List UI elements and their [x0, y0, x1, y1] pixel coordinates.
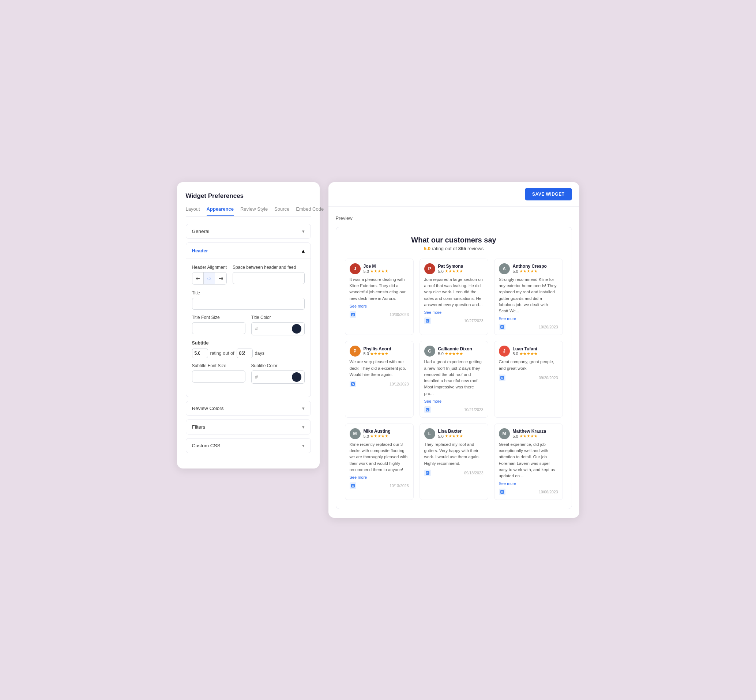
title-color-input[interactable]: 19233A	[260, 323, 291, 334]
title-font-size-group: Title Font Size 22 px	[192, 315, 245, 335]
reviewer-row: J Joe M 5.0 ★★★★★	[350, 263, 409, 274]
reviewer-name: Pat Symons	[438, 264, 463, 269]
review-date: 10/26/2023	[539, 325, 558, 329]
star-num: 5.0	[438, 434, 444, 439]
reviewer-name: Luan Tufani	[513, 346, 538, 352]
reviewer-info: Joe M 5.0 ★★★★★	[364, 264, 389, 273]
review-source-icon: G	[350, 311, 356, 318]
reviewer-row: C Calliannie Dixon 5.0 ★★★★★	[424, 345, 484, 356]
widget-rating-text: rating out of	[432, 246, 458, 251]
stars: 5.0 ★★★★★	[438, 269, 463, 273]
align-center-btn[interactable]: ⇨	[204, 272, 215, 284]
tab-appearance[interactable]: Appearence	[207, 206, 234, 216]
review-footer: G 10/12/2023	[350, 381, 409, 387]
see-more-link[interactable]: See more	[350, 475, 409, 480]
custom-css-label: Custom CSS	[192, 443, 220, 448]
subtitle-color-input[interactable]: 19233A	[260, 371, 291, 383]
subtitle-row: rating out of days	[192, 348, 305, 358]
svg-text:G: G	[426, 320, 429, 322]
widget-card: What our customers say 5.0 rating out of…	[336, 227, 572, 509]
reviewer-row: M Matthew Krauza 5.0 ★★★★★	[499, 428, 558, 439]
svg-text:G: G	[352, 383, 354, 386]
subtitle-rating-input[interactable]	[192, 348, 208, 358]
reviews-grid: J Joe M 5.0 ★★★★★ It was a pleasure deal…	[345, 259, 563, 500]
widget-subtitle: 5.0 rating out of 865 reviews	[345, 246, 563, 251]
subtitle-count-input[interactable]	[237, 348, 253, 358]
review-date: 10/06/2023	[539, 490, 558, 494]
title-input[interactable]: What our customers say	[192, 298, 305, 310]
review-footer: G 09/18/2023	[424, 470, 484, 476]
review-footer: G 10/26/2023	[499, 323, 558, 330]
see-more-link[interactable]: See more	[499, 316, 558, 321]
review-text: Strongly recommend Kline for any exterio…	[499, 277, 558, 314]
custom-css-header[interactable]: Custom CSS ▾	[186, 439, 311, 453]
review-card: M Matthew Krauza 5.0 ★★★★★ Great experie…	[494, 423, 563, 500]
see-more-link[interactable]: See more	[424, 310, 484, 314]
subtitle-hash: #	[251, 371, 260, 383]
subtitle-color-label: Subtitle Color	[251, 363, 305, 368]
align-left-btn[interactable]: ⇤	[192, 272, 204, 284]
review-date: 09/20/2023	[539, 376, 558, 380]
review-colors-header[interactable]: Review Colors ▾	[186, 401, 311, 416]
header-label: Header	[192, 248, 208, 253]
subtitle-section-label: Subtitle	[192, 341, 305, 345]
svg-text:G: G	[501, 377, 503, 379]
see-more-link[interactable]: See more	[499, 481, 558, 486]
tab-review-style[interactable]: Review Style	[240, 206, 268, 216]
reviewer-row: A Anthony Crespo 5.0 ★★★★★	[499, 263, 558, 274]
review-colors-label: Review Colors	[192, 406, 224, 411]
subtitle-text1: rating out of	[210, 351, 234, 356]
subtitle-font-size-input[interactable]: 14 px	[192, 370, 245, 383]
filters-header[interactable]: Filters ▾	[186, 420, 311, 434]
star-num: 5.0	[364, 269, 369, 273]
save-widget-button[interactable]: SAVE WIDGET	[525, 188, 572, 200]
space-between-input[interactable]: 50 px	[233, 272, 305, 284]
avatar: M	[499, 428, 510, 439]
star-num: 5.0	[364, 434, 369, 439]
see-more-link[interactable]: See more	[350, 304, 409, 308]
tab-layout[interactable]: Layout	[186, 206, 200, 216]
review-colors-section: Review Colors ▾	[186, 401, 311, 416]
subtitle-color-swatch[interactable]	[292, 372, 301, 382]
reviewer-row: J Luan Tufani 5.0 ★★★★★	[499, 345, 558, 356]
review-text: They replaced my roof and gutters. Very …	[424, 441, 484, 467]
avatar: M	[350, 428, 361, 439]
custom-css-chevron-icon: ▾	[302, 443, 305, 448]
align-right-btn[interactable]: ⇥	[215, 272, 226, 284]
header-accordion-header[interactable]: Header ▴	[186, 243, 311, 259]
header-accordion-body: Header Alignment ⇤ ⇨ ⇥ Space between hea…	[186, 259, 311, 397]
review-card: L Lisa Baxter 5.0 ★★★★★ They replaced my…	[420, 423, 488, 500]
tab-source[interactable]: Source	[274, 206, 289, 216]
stars: 5.0 ★★★★★	[438, 352, 472, 356]
title-color-swatch[interactable]	[292, 324, 301, 334]
general-accordion-header[interactable]: General ▾	[186, 224, 311, 239]
review-text: We are very pleased with our deck! They …	[350, 359, 409, 378]
avatar: P	[424, 263, 435, 274]
tab-embed-code[interactable]: Embed Code	[296, 206, 324, 216]
review-date: 10/30/2023	[389, 312, 409, 317]
custom-css-section: Custom CSS ▾	[186, 438, 311, 453]
stars: 5.0 ★★★★★	[364, 269, 389, 273]
avatar: J	[350, 263, 361, 274]
stars: 5.0 ★★★★★	[364, 434, 390, 439]
title-color-label: Title Color	[251, 315, 305, 320]
title-color-group: Title Color # 19233A	[251, 315, 305, 335]
header-chevron-icon: ▴	[302, 247, 305, 254]
stars: 5.0 ★★★★★	[513, 434, 546, 439]
widget-rating: 5.0	[424, 246, 431, 251]
align-buttons: ⇤ ⇨ ⇥	[192, 272, 227, 284]
widget-title: What our customers say	[345, 236, 563, 244]
general-chevron-icon: ▾	[302, 228, 305, 234]
review-text: It was a pleasure dealing with Kline Ext…	[350, 277, 409, 302]
title-hash: #	[251, 323, 260, 334]
reviewer-name: Anthony Crespo	[513, 264, 547, 269]
star-num: 5.0	[438, 352, 444, 356]
right-header: SAVE WIDGET	[328, 182, 579, 207]
see-more-link[interactable]: See more	[424, 399, 484, 403]
subtitle-color-input-row: # 19233A	[251, 370, 305, 384]
reviewer-name: Mike Austing	[364, 429, 390, 434]
widget-reviews-suffix: reviews	[467, 246, 484, 251]
title-font-size-input[interactable]: 22 px	[192, 322, 245, 334]
review-card: C Calliannie Dixon 5.0 ★★★★★ Had a great…	[420, 341, 488, 418]
reviewer-info: Mike Austing 5.0 ★★★★★	[364, 429, 390, 439]
